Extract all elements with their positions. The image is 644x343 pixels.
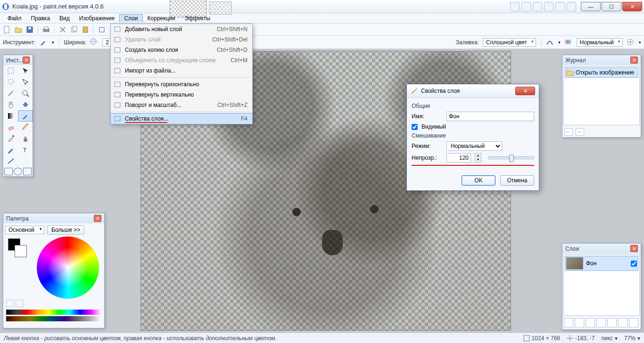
menu-файл[interactable]: Файл <box>3 14 26 23</box>
menu-item[interactable]: Свойства слоя...F4 <box>110 113 253 124</box>
bucket-tool[interactable] <box>18 99 33 110</box>
brush-tool[interactable] <box>18 110 33 122</box>
palette-close-icon[interactable]: ✕ <box>94 215 101 222</box>
layer-props-button[interactable] <box>629 318 638 327</box>
line-tool[interactable] <box>3 155 18 167</box>
color-swatches[interactable] <box>6 238 29 255</box>
cut-icon[interactable] <box>58 25 67 34</box>
save-icon[interactable] <box>25 25 34 34</box>
open-file-icon[interactable] <box>14 25 23 34</box>
decrease-width-icon[interactable] <box>90 38 99 47</box>
recolor-tool[interactable] <box>3 144 18 155</box>
text-tool[interactable]: T <box>18 144 33 155</box>
layer-name-input[interactable] <box>446 112 534 121</box>
blend-mode-dropdown[interactable]: Нормальный <box>577 38 623 47</box>
merge-layer-button[interactable] <box>596 318 606 327</box>
opacity-slider[interactable] <box>488 156 534 159</box>
pencil-tool[interactable] <box>18 122 33 133</box>
magic-wand-tool[interactable] <box>3 88 18 99</box>
layer-down-button[interactable] <box>618 318 627 327</box>
move-selection-tool[interactable] <box>18 65 33 76</box>
lasso-tool[interactable] <box>3 76 18 88</box>
overwrite-icon[interactable] <box>627 38 635 47</box>
move-pixels-tool[interactable] <box>18 76 33 88</box>
layers-close-icon[interactable]: ✕ <box>630 245 638 252</box>
eraser-tool[interactable] <box>3 122 18 133</box>
saturation-strip[interactable] <box>6 316 101 321</box>
more-colors-button[interactable]: Больше >> <box>47 225 84 235</box>
antialias-icon[interactable] <box>546 38 554 47</box>
grid-icon[interactable] <box>533 2 542 11</box>
menu-item[interactable]: Поворот и масштаб...Ctrl+Shift+Z <box>111 100 252 110</box>
close-button[interactable]: ✕ <box>622 2 642 11</box>
aa-dropdown-icon[interactable]: ▾ <box>558 40 561 45</box>
cancel-button[interactable]: Отмена <box>500 175 534 186</box>
menu-слои[interactable]: Слои <box>119 14 142 23</box>
opacity-spinner[interactable]: ▲▼ <box>475 153 481 163</box>
delete-layer-button[interactable] <box>575 318 584 327</box>
ov-dropdown-icon[interactable]: ▾ <box>639 40 641 45</box>
menu-item[interactable]: Создать копию слояCtrl+Shift+D <box>111 45 252 55</box>
crop-icon[interactable] <box>98 25 106 34</box>
utility-buttons <box>510 2 576 11</box>
status-units[interactable]: пикс <box>601 335 613 342</box>
new-file-icon[interactable] <box>3 25 11 34</box>
minimize-button[interactable]: — <box>581 2 601 11</box>
freeform-shape-tool[interactable] <box>23 168 32 175</box>
history-item[interactable]: Открыть изображение <box>565 67 638 78</box>
menu-коррекция[interactable]: Коррекция <box>143 14 180 23</box>
default-colors-icon[interactable] <box>16 300 23 307</box>
menu-правка[interactable]: Правка <box>26 14 55 23</box>
menu-изображение[interactable]: Изображение <box>74 14 120 23</box>
color-picker-tool[interactable] <box>3 133 18 144</box>
hue-strip[interactable] <box>6 310 101 315</box>
maximize-button[interactable]: ☐ <box>602 2 621 11</box>
layer-row[interactable]: Фон <box>565 256 638 271</box>
swap-colors-icon[interactable] <box>6 300 14 307</box>
color-mode-dropdown[interactable]: Основной <box>5 226 44 234</box>
layer-up-button[interactable] <box>607 318 617 327</box>
status-zoom[interactable]: 77% <box>624 335 636 342</box>
dialog-close-button[interactable]: ✕ <box>515 87 535 95</box>
color-wheel-icon[interactable] <box>544 2 553 11</box>
main-toolbar <box>0 24 644 36</box>
rect-shape-tool[interactable] <box>4 168 13 175</box>
duplicate-layer-button[interactable] <box>586 318 595 327</box>
help-icon[interactable] <box>567 2 576 11</box>
clone-tool[interactable] <box>18 133 33 144</box>
print-icon[interactable] <box>42 25 50 34</box>
menu-вид[interactable]: Вид <box>55 14 74 23</box>
color-wheel[interactable] <box>37 237 99 299</box>
document-tab-2[interactable] <box>209 1 232 15</box>
menu-item[interactable]: Перевернуть горизонтально <box>111 79 252 90</box>
ellipse-shape-tool[interactable] <box>14 168 22 175</box>
history-forward-button[interactable]: → <box>576 128 584 136</box>
layer-visible-checkbox[interactable] <box>631 261 637 267</box>
clock-icon[interactable] <box>521 2 531 11</box>
paste-icon[interactable] <box>81 25 90 34</box>
menu-item[interactable]: Импорт из файла... <box>111 65 252 76</box>
rect-select-tool[interactable] <box>3 65 18 76</box>
history-back-button[interactable]: ← <box>564 128 573 136</box>
menu-эффекты[interactable]: Эффекты <box>180 14 215 23</box>
opacity-input[interactable] <box>446 153 471 163</box>
ok-button[interactable]: OK <box>462 175 495 186</box>
pan-tool[interactable] <box>3 99 18 110</box>
add-layer-button[interactable] <box>564 318 573 327</box>
copy-icon[interactable] <box>70 25 78 34</box>
brush-tool-icon[interactable] <box>40 38 48 47</box>
gear-icon[interactable] <box>555 2 565 11</box>
tool-dropdown-icon[interactable]: ▾ <box>52 40 54 45</box>
fill-dropdown[interactable]: Сплошной цвет <box>483 38 536 47</box>
menu-item[interactable]: Добавить новый слойCtrl+Shift+N <box>111 24 252 34</box>
tools-close-icon[interactable]: ✕ <box>23 57 30 64</box>
blend-mode-select[interactable]: Нормальный <box>446 141 502 151</box>
blend-icon[interactable] <box>564 38 573 47</box>
visible-checkbox[interactable] <box>412 124 418 130</box>
gradient-tool[interactable] <box>3 110 18 122</box>
svg-point-21 <box>23 90 27 95</box>
ruler-icon[interactable] <box>510 2 520 11</box>
zoom-tool[interactable] <box>18 88 33 99</box>
history-close-icon[interactable]: ✕ <box>630 57 638 64</box>
menu-item[interactable]: Перевернуть вертикально <box>111 90 252 100</box>
